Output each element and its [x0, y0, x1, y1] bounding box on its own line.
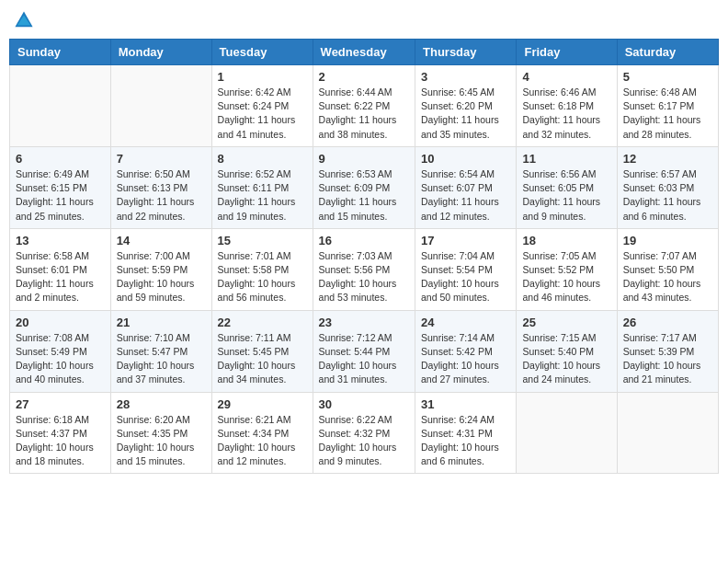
- day-number: 12: [623, 152, 712, 166]
- calendar-cell: 3Sunrise: 6:45 AMSunset: 6:20 PMDaylight…: [415, 65, 517, 147]
- day-number: 28: [117, 397, 206, 411]
- calendar-cell: 11Sunrise: 6:56 AMSunset: 6:05 PMDayligh…: [517, 146, 617, 228]
- day-number: 18: [522, 234, 610, 247]
- day-info: Sunrise: 6:24 AMSunset: 4:31 PMDaylight:…: [421, 413, 510, 469]
- day-number: 11: [522, 152, 610, 166]
- calendar-cell: 16Sunrise: 7:03 AMSunset: 5:56 PMDayligh…: [313, 228, 415, 310]
- calendar-cell: 26Sunrise: 7:17 AMSunset: 5:39 PMDayligh…: [617, 310, 718, 392]
- calendar-table: SundayMondayTuesdayWednesdayThursdayFrid…: [9, 39, 719, 474]
- weekday-header-thursday: Thursday: [415, 40, 517, 65]
- weekday-header-monday: Monday: [110, 40, 211, 65]
- day-info: Sunrise: 6:22 AMSunset: 4:32 PMDaylight:…: [319, 413, 409, 469]
- day-info: Sunrise: 7:00 AMSunset: 5:59 PMDaylight:…: [117, 249, 206, 305]
- calendar-cell: 23Sunrise: 7:12 AMSunset: 5:44 PMDayligh…: [313, 310, 415, 392]
- day-number: 19: [623, 234, 712, 247]
- day-info: Sunrise: 7:04 AMSunset: 5:54 PMDaylight:…: [421, 249, 510, 305]
- day-number: 14: [117, 234, 206, 247]
- calendar-cell: 6Sunrise: 6:49 AMSunset: 6:15 PMDaylight…: [10, 146, 111, 228]
- day-number: 22: [218, 316, 307, 329]
- day-info: Sunrise: 7:12 AMSunset: 5:44 PMDaylight:…: [319, 331, 409, 387]
- day-info: Sunrise: 6:56 AMSunset: 6:05 PMDaylight:…: [522, 167, 610, 224]
- calendar-week-row: 6Sunrise: 6:49 AMSunset: 6:15 PMDaylight…: [10, 146, 719, 228]
- day-number: 24: [421, 316, 510, 329]
- weekday-header-saturday: Saturday: [617, 40, 718, 65]
- day-info: Sunrise: 7:17 AMSunset: 5:39 PMDaylight:…: [623, 331, 712, 387]
- day-info: Sunrise: 7:15 AMSunset: 5:40 PMDaylight:…: [522, 331, 610, 387]
- day-number: 17: [421, 234, 510, 247]
- day-info: Sunrise: 7:14 AMSunset: 5:42 PMDaylight:…: [421, 331, 510, 387]
- day-number: 1: [218, 70, 307, 84]
- day-number: 6: [16, 152, 105, 166]
- day-number: 21: [117, 316, 206, 329]
- calendar-cell: 7Sunrise: 6:50 AMSunset: 6:13 PMDaylight…: [110, 146, 211, 228]
- calendar-cell: 2Sunrise: 6:44 AMSunset: 6:22 PMDaylight…: [313, 65, 415, 147]
- weekday-header-tuesday: Tuesday: [211, 40, 313, 65]
- calendar-cell: 18Sunrise: 7:05 AMSunset: 5:52 PMDayligh…: [517, 228, 617, 310]
- calendar-cell: 25Sunrise: 7:15 AMSunset: 5:40 PMDayligh…: [517, 310, 617, 392]
- day-number: 13: [16, 234, 105, 247]
- day-number: 7: [117, 152, 206, 166]
- calendar-cell: 14Sunrise: 7:00 AMSunset: 5:59 PMDayligh…: [110, 228, 211, 310]
- calendar-week-row: 20Sunrise: 7:08 AMSunset: 5:49 PMDayligh…: [10, 310, 719, 392]
- calendar-cell: 4Sunrise: 6:46 AMSunset: 6:18 PMDaylight…: [517, 65, 617, 147]
- calendar-cell: 28Sunrise: 6:20 AMSunset: 4:35 PMDayligh…: [110, 392, 211, 474]
- calendar-cell: 13Sunrise: 6:58 AMSunset: 6:01 PMDayligh…: [10, 228, 111, 310]
- day-info: Sunrise: 6:18 AMSunset: 4:37 PMDaylight:…: [16, 413, 105, 469]
- weekday-header-wednesday: Wednesday: [313, 40, 415, 65]
- day-number: 25: [522, 316, 610, 329]
- day-info: Sunrise: 6:44 AMSunset: 6:22 PMDaylight:…: [319, 86, 409, 142]
- calendar-cell: [517, 392, 617, 474]
- calendar-cell: 15Sunrise: 7:01 AMSunset: 5:58 PMDayligh…: [211, 228, 313, 310]
- calendar-cell: 17Sunrise: 7:04 AMSunset: 5:54 PMDayligh…: [415, 228, 517, 310]
- calendar-cell: 8Sunrise: 6:52 AMSunset: 6:11 PMDaylight…: [211, 146, 313, 228]
- day-info: Sunrise: 6:53 AMSunset: 6:09 PMDaylight:…: [319, 167, 409, 224]
- day-info: Sunrise: 6:50 AMSunset: 6:13 PMDaylight:…: [117, 167, 206, 224]
- day-number: 9: [319, 152, 409, 166]
- calendar-cell: [617, 392, 718, 474]
- calendar-cell: 24Sunrise: 7:14 AMSunset: 5:42 PMDayligh…: [415, 310, 517, 392]
- calendar-cell: [110, 65, 211, 147]
- day-info: Sunrise: 6:58 AMSunset: 6:01 PMDaylight:…: [16, 249, 105, 305]
- calendar-week-row: 13Sunrise: 6:58 AMSunset: 6:01 PMDayligh…: [10, 228, 719, 310]
- day-number: 2: [319, 70, 409, 84]
- day-info: Sunrise: 7:07 AMSunset: 5:50 PMDaylight:…: [623, 249, 712, 305]
- day-number: 31: [421, 397, 510, 411]
- calendar-cell: 27Sunrise: 6:18 AMSunset: 4:37 PMDayligh…: [10, 392, 111, 474]
- day-number: 26: [623, 316, 712, 329]
- day-info: Sunrise: 6:57 AMSunset: 6:03 PMDaylight:…: [623, 167, 712, 224]
- logo: [13, 9, 39, 31]
- calendar-cell: 19Sunrise: 7:07 AMSunset: 5:50 PMDayligh…: [617, 228, 718, 310]
- day-info: Sunrise: 7:01 AMSunset: 5:58 PMDaylight:…: [218, 249, 307, 305]
- calendar-cell: 22Sunrise: 7:11 AMSunset: 5:45 PMDayligh…: [211, 310, 313, 392]
- day-number: 5: [623, 70, 712, 84]
- weekday-header-friday: Friday: [517, 40, 617, 65]
- calendar-cell: 12Sunrise: 6:57 AMSunset: 6:03 PMDayligh…: [617, 146, 718, 228]
- day-info: Sunrise: 6:45 AMSunset: 6:20 PMDaylight:…: [421, 86, 510, 142]
- weekday-header-sunday: Sunday: [10, 40, 111, 65]
- day-number: 16: [319, 234, 409, 247]
- day-info: Sunrise: 6:21 AMSunset: 4:34 PMDaylight:…: [218, 413, 307, 469]
- day-info: Sunrise: 6:20 AMSunset: 4:35 PMDaylight:…: [117, 413, 206, 469]
- day-number: 23: [319, 316, 409, 329]
- day-number: 29: [218, 397, 307, 411]
- weekday-header-row: SundayMondayTuesdayWednesdayThursdayFrid…: [10, 40, 719, 65]
- calendar-cell: 29Sunrise: 6:21 AMSunset: 4:34 PMDayligh…: [211, 392, 313, 474]
- day-info: Sunrise: 6:49 AMSunset: 6:15 PMDaylight:…: [16, 167, 105, 224]
- day-info: Sunrise: 7:03 AMSunset: 5:56 PMDaylight:…: [319, 249, 409, 305]
- day-number: 30: [319, 397, 409, 411]
- calendar-cell: 5Sunrise: 6:48 AMSunset: 6:17 PMDaylight…: [617, 65, 718, 147]
- day-number: 3: [421, 70, 510, 84]
- calendar-week-row: 27Sunrise: 6:18 AMSunset: 4:37 PMDayligh…: [10, 392, 719, 474]
- calendar-cell: 10Sunrise: 6:54 AMSunset: 6:07 PMDayligh…: [415, 146, 517, 228]
- calendar-cell: 20Sunrise: 7:08 AMSunset: 5:49 PMDayligh…: [10, 310, 111, 392]
- day-info: Sunrise: 7:10 AMSunset: 5:47 PMDaylight:…: [117, 331, 206, 387]
- day-info: Sunrise: 6:54 AMSunset: 6:07 PMDaylight:…: [421, 167, 510, 224]
- day-info: Sunrise: 7:08 AMSunset: 5:49 PMDaylight:…: [16, 331, 105, 387]
- day-info: Sunrise: 6:42 AMSunset: 6:24 PMDaylight:…: [218, 86, 307, 142]
- day-info: Sunrise: 7:05 AMSunset: 5:52 PMDaylight:…: [522, 249, 610, 305]
- calendar-cell: 30Sunrise: 6:22 AMSunset: 4:32 PMDayligh…: [313, 392, 415, 474]
- calendar-cell: [10, 65, 111, 147]
- day-number: 10: [421, 152, 510, 166]
- day-number: 8: [218, 152, 307, 166]
- day-info: Sunrise: 7:11 AMSunset: 5:45 PMDaylight:…: [218, 331, 307, 387]
